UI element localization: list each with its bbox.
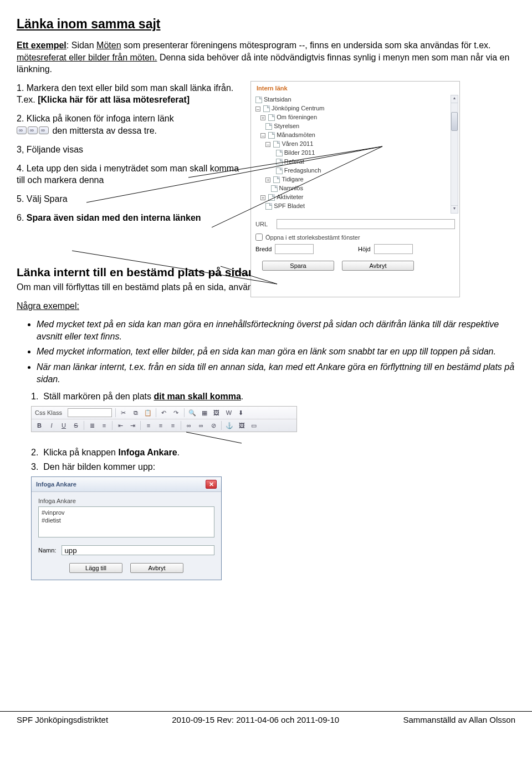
anchor-step-2: 2. Klicka på knappen Infoga Ankare. — [31, 448, 515, 458]
anchor-dialog: Infoga Ankare ✕ Infoga Ankare #vinprov #… — [31, 476, 222, 580]
svg-line-4 — [221, 266, 277, 284]
svg-line-5 — [186, 432, 242, 443]
list-item: Med mycket information, text eller bilde… — [37, 346, 515, 358]
svg-line-3 — [72, 251, 277, 284]
strike-icon[interactable]: S — [71, 421, 80, 430]
anchor-callout-arrow — [31, 431, 319, 445]
anchor-icon[interactable]: ⚓ — [225, 421, 234, 430]
media-icon[interactable]: ▭ — [249, 421, 258, 430]
add-button[interactable]: Lägg till — [69, 563, 122, 573]
dialog-title: Infoga Ankare — [36, 481, 76, 488]
anchor-step-3: 3. Den här bilden kommer upp: — [31, 462, 515, 472]
bold-icon[interactable]: B — [35, 421, 44, 430]
word-icon[interactable]: W — [224, 408, 233, 417]
outdent-icon[interactable]: ⇤ — [116, 421, 125, 430]
align-right-icon[interactable]: ≡ — [168, 421, 177, 430]
search-icon[interactable]: 🔍 — [188, 408, 197, 417]
italic-icon[interactable]: I — [47, 421, 56, 430]
page-footer: SPF Jönköpingsdistriktet 2010-09-15 Rev:… — [0, 711, 532, 724]
align-center-icon[interactable]: ≡ — [156, 421, 165, 430]
image-icon[interactable]: 🖼 — [212, 408, 221, 417]
redo-icon[interactable]: ↷ — [172, 408, 181, 417]
table-icon[interactable]: ▦ — [200, 408, 209, 417]
anchor-step-1: 1. Ställ markören på den plats dit man s… — [31, 392, 515, 402]
name-label: Namn: — [38, 547, 56, 554]
unlink-icon[interactable]: ⊘ — [209, 421, 218, 430]
link-icon[interactable]: ∞ — [185, 421, 193, 430]
editor-toolbar: Css Klass ✂ ⧉ 📋 ↶ ↷ 🔍 ▦ 🖼 W ⬇ B I U S ≣ … — [31, 406, 297, 432]
callout-arrows — [0, 0, 532, 311]
pdf-icon[interactable]: ⬇ — [237, 408, 245, 417]
ol-icon[interactable]: ≡ — [100, 421, 109, 430]
list-item: När man länkar internt, t.ex. från en si… — [37, 361, 515, 385]
close-icon[interactable]: ✕ — [206, 480, 217, 489]
svg-line-0 — [188, 146, 382, 177]
copy-icon[interactable]: ⧉ — [131, 408, 140, 417]
list-item: Med mycket text på en sida kan man göra … — [37, 318, 515, 342]
insert-image-icon[interactable]: 🖼 — [237, 421, 246, 430]
ul-icon[interactable]: ≣ — [88, 421, 96, 430]
cancel-button[interactable]: Avbryt — [130, 563, 183, 573]
paste-icon[interactable]: 📋 — [144, 408, 152, 417]
examples-list: Med mycket text på en sida kan man göra … — [17, 318, 515, 385]
undo-icon[interactable]: ↶ — [160, 408, 168, 417]
svg-line-1 — [86, 146, 382, 202]
align-left-icon[interactable]: ≡ — [144, 421, 153, 430]
anchor-listbox[interactable]: #vinprov #dietist — [38, 506, 214, 537]
cut-icon[interactable]: ✂ — [119, 408, 128, 417]
internal-link-icon[interactable]: ∞ — [197, 421, 206, 430]
css-class-input[interactable] — [68, 408, 112, 417]
dialog-box-label: Infoga Ankare — [38, 498, 214, 504]
name-input[interactable] — [62, 545, 214, 555]
indent-icon[interactable]: ⇥ — [128, 421, 137, 430]
svg-line-2 — [212, 146, 382, 227]
underline-icon[interactable]: U — [59, 421, 68, 430]
